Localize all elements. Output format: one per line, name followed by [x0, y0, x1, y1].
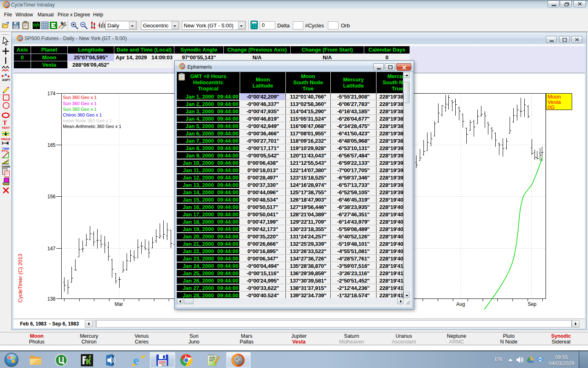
- svg-text:TEXT: TEXT: [2, 126, 10, 129]
- svg-text:Sun 360 Geo x 1: Sun 360 Geo x 1: [63, 101, 97, 106]
- svg-text:Aug: Aug: [456, 301, 465, 307]
- svg-text:CycleTimer (C) 2013: CycleTimer (C) 2013: [17, 254, 23, 303]
- svg-text:156: 156: [47, 194, 56, 200]
- svg-text:138: 138: [47, 296, 56, 302]
- svg-text:PTV: PTV: [2, 149, 8, 153]
- svg-text:Chiron 360 Geo x 1: Chiron 360 Geo x 1: [63, 112, 102, 117]
- svg-text:Sun 360 Geo x 1: Sun 360 Geo x 1: [63, 95, 97, 100]
- svg-text:147: 147: [47, 246, 56, 251]
- svg-text:174: 174: [47, 91, 56, 96]
- svg-text:T: T: [3, 119, 7, 126]
- svg-text:0G: 0G: [548, 104, 555, 110]
- svg-text:Mean-Arithmetic 360 Geo x 1: Mean-Arithmetic 360 Geo x 1: [63, 124, 121, 129]
- svg-text:Mar: Mar: [115, 301, 123, 307]
- svg-text:Sep: Sep: [528, 301, 537, 307]
- svg-text:Sun 360 Geo x 1: Sun 360 Geo x 1: [63, 107, 97, 112]
- svg-text:PRICE: PRICE: [1, 137, 10, 140]
- svg-text:165: 165: [47, 142, 56, 148]
- svg-text:mean Node 360 Geo x 1: mean Node 360 Geo x 1: [63, 118, 112, 123]
- svg-text:64:: 64:: [163, 364, 166, 366]
- svg-text:ASPT: ASPT: [2, 78, 10, 82]
